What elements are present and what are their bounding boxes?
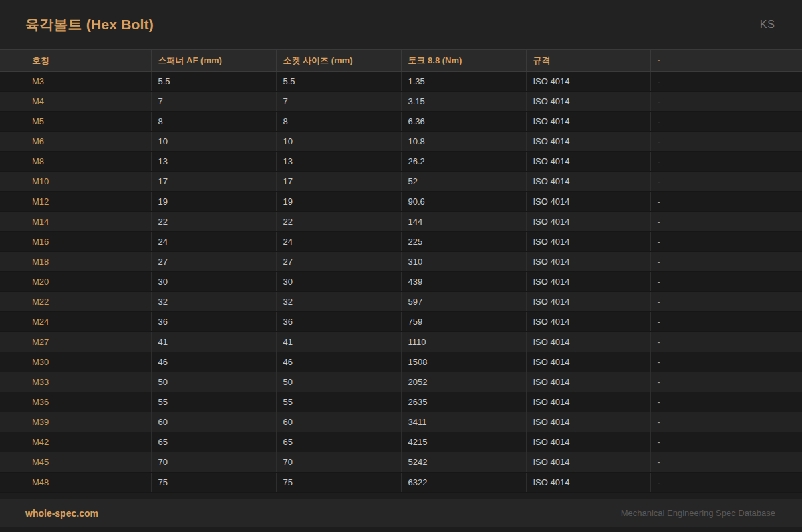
column-header-designation: 호칭 bbox=[0, 50, 151, 72]
extra-cell: - bbox=[650, 392, 802, 412]
standard-cell: ISO 4014 bbox=[526, 192, 650, 212]
torque-cell: 439 bbox=[401, 272, 526, 292]
standard-cell: ISO 4014 bbox=[526, 72, 650, 92]
designation-cell[interactable]: M8 bbox=[0, 152, 151, 172]
designation-cell[interactable]: M20 bbox=[0, 272, 151, 292]
standard-cell: ISO 4014 bbox=[526, 332, 650, 352]
designation-cell[interactable]: M12 bbox=[0, 192, 151, 212]
torque-cell: 225 bbox=[401, 232, 526, 252]
designation-cell[interactable]: M14 bbox=[0, 212, 151, 232]
extra-cell: - bbox=[650, 232, 802, 252]
spanner-af-cell: 55 bbox=[151, 392, 276, 412]
page-footer: whole-spec.com Mechanical Engineering Sp… bbox=[0, 499, 802, 527]
column-header-extra: - bbox=[650, 50, 802, 72]
socket-size-cell: 50 bbox=[276, 372, 401, 392]
designation-cell[interactable]: M39 bbox=[0, 412, 151, 432]
socket-size-cell: 24 bbox=[276, 232, 401, 252]
socket-size-cell: 30 bbox=[276, 272, 401, 292]
table-row: M162424225ISO 4014- bbox=[0, 232, 802, 252]
extra-cell: - bbox=[650, 112, 802, 132]
designation-cell[interactable]: M36 bbox=[0, 392, 151, 412]
extra-cell: - bbox=[650, 312, 802, 332]
table-header-row: 호칭 스패너 AF (mm) 소켓 사이즈 (mm) 토크 8.8 (Nm) 규… bbox=[0, 50, 802, 72]
table-row: M3350502052ISO 4014- bbox=[0, 372, 802, 392]
table-row: M3655552635ISO 4014- bbox=[0, 392, 802, 412]
table-row: M5886.36ISO 4014- bbox=[0, 112, 802, 132]
standard-cell: ISO 4014 bbox=[526, 272, 650, 292]
extra-cell: - bbox=[650, 452, 802, 473]
extra-cell: - bbox=[650, 212, 802, 232]
designation-cell[interactable]: M4 bbox=[0, 92, 151, 112]
socket-size-cell: 17 bbox=[276, 172, 401, 192]
socket-size-cell: 13 bbox=[276, 152, 401, 172]
designation-cell[interactable]: M24 bbox=[0, 312, 151, 332]
torque-cell: 759 bbox=[401, 312, 526, 332]
torque-cell: 90.6 bbox=[401, 192, 526, 212]
socket-size-cell: 65 bbox=[276, 432, 401, 452]
standard-cell: ISO 4014 bbox=[526, 452, 650, 473]
table-row: M6101010.8ISO 4014- bbox=[0, 132, 802, 152]
extra-cell: - bbox=[650, 132, 802, 152]
standard-cell: ISO 4014 bbox=[526, 412, 650, 432]
designation-cell[interactable]: M42 bbox=[0, 432, 151, 452]
torque-cell: 310 bbox=[401, 252, 526, 272]
socket-size-cell: 60 bbox=[276, 412, 401, 432]
designation-cell[interactable]: M18 bbox=[0, 252, 151, 272]
standard-cell: ISO 4014 bbox=[526, 152, 650, 172]
designation-cell[interactable]: M5 bbox=[0, 112, 151, 132]
column-header-socket-size: 소켓 사이즈 (mm) bbox=[276, 50, 401, 72]
site-name: whole-spec.com bbox=[25, 508, 98, 519]
extra-cell: - bbox=[650, 332, 802, 352]
torque-cell: 1508 bbox=[401, 352, 526, 372]
spanner-af-cell: 27 bbox=[151, 252, 276, 272]
standard-cell: ISO 4014 bbox=[526, 432, 650, 452]
torque-cell: 26.2 bbox=[401, 152, 526, 172]
spanner-af-cell: 50 bbox=[151, 372, 276, 392]
standard-cell: ISO 4014 bbox=[526, 312, 650, 332]
designation-cell[interactable]: M48 bbox=[0, 473, 151, 493]
designation-cell[interactable]: M6 bbox=[0, 132, 151, 152]
standard-cell: ISO 4014 bbox=[526, 252, 650, 272]
extra-cell: - bbox=[650, 72, 802, 92]
standard-cell: ISO 4014 bbox=[526, 292, 650, 312]
designation-cell[interactable]: M45 bbox=[0, 452, 151, 473]
designation-cell[interactable]: M33 bbox=[0, 372, 151, 392]
standard-badge: KS bbox=[760, 19, 775, 31]
table-body: M35.55.51.35ISO 4014-M4773.15ISO 4014-M5… bbox=[0, 72, 802, 493]
table-row: M223232597ISO 4014- bbox=[0, 292, 802, 312]
spanner-af-cell: 32 bbox=[151, 292, 276, 312]
designation-cell[interactable]: M30 bbox=[0, 352, 151, 372]
table-row: M243636759ISO 4014- bbox=[0, 312, 802, 332]
socket-size-cell: 32 bbox=[276, 292, 401, 312]
table-row: M142222144ISO 4014- bbox=[0, 212, 802, 232]
table-row: M4570705242ISO 4014- bbox=[0, 452, 802, 473]
designation-cell[interactable]: M22 bbox=[0, 292, 151, 312]
designation-cell[interactable]: M3 bbox=[0, 72, 151, 92]
table-row: M8131326.2ISO 4014- bbox=[0, 152, 802, 172]
spanner-af-cell: 65 bbox=[151, 432, 276, 452]
socket-size-cell: 36 bbox=[276, 312, 401, 332]
spanner-af-cell: 46 bbox=[151, 352, 276, 372]
spanner-af-cell: 41 bbox=[151, 332, 276, 352]
designation-cell[interactable]: M10 bbox=[0, 172, 151, 192]
extra-cell: - bbox=[650, 372, 802, 392]
designation-cell[interactable]: M16 bbox=[0, 232, 151, 252]
table-row: M4875756322ISO 4014- bbox=[0, 473, 802, 493]
designation-cell[interactable]: M27 bbox=[0, 332, 151, 352]
column-header-standard: 규격 bbox=[526, 50, 650, 72]
torque-cell: 597 bbox=[401, 292, 526, 312]
extra-cell: - bbox=[650, 473, 802, 493]
torque-cell: 1110 bbox=[401, 332, 526, 352]
torque-cell: 10.8 bbox=[401, 132, 526, 152]
socket-size-cell: 27 bbox=[276, 252, 401, 272]
socket-size-cell: 19 bbox=[276, 192, 401, 212]
socket-size-cell: 5.5 bbox=[276, 72, 401, 92]
standard-cell: ISO 4014 bbox=[526, 92, 650, 112]
footer-tagline: Mechanical Engineering Spec Database bbox=[621, 508, 775, 518]
spanner-af-cell: 17 bbox=[151, 172, 276, 192]
spanner-af-cell: 70 bbox=[151, 452, 276, 473]
extra-cell: - bbox=[650, 252, 802, 272]
standard-cell: ISO 4014 bbox=[526, 372, 650, 392]
torque-cell: 52 bbox=[401, 172, 526, 192]
socket-size-cell: 41 bbox=[276, 332, 401, 352]
